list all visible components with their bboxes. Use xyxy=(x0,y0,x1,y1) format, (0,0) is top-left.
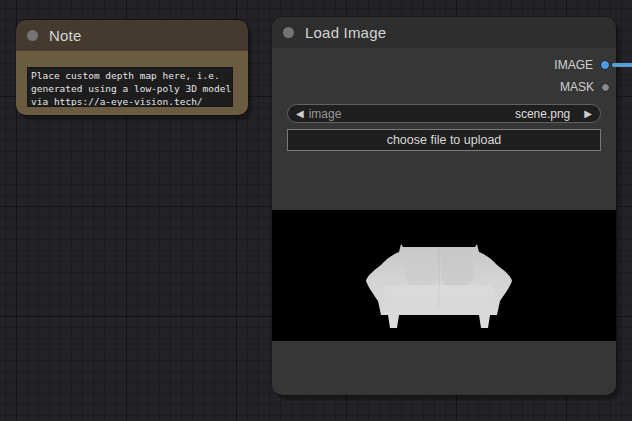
choose-file-button[interactable]: choose file to upload xyxy=(287,129,601,151)
node-graph-canvas[interactable]: Note Place custom depth map here, i.e. g… xyxy=(0,0,632,421)
load-image-node-header[interactable]: Load Image xyxy=(272,17,616,48)
image-combo-widget[interactable]: ◀ image scene.png ▶ xyxy=(287,104,601,123)
image-output-slot-icon[interactable] xyxy=(600,60,610,70)
combo-prev-arrow-icon[interactable]: ◀ xyxy=(296,109,304,119)
node-footer xyxy=(272,341,616,395)
depth-map-sofa-image xyxy=(364,243,514,330)
note-node-body: Place custom depth map here, i.e. genera… xyxy=(16,51,248,115)
load-image-node-title: Load Image xyxy=(305,24,386,41)
load-image-node-body: IMAGE MASK ◀ image scene.png ▶ choose fi… xyxy=(272,48,616,395)
combo-next-arrow-icon[interactable]: ▶ xyxy=(584,109,592,119)
output-row-image: IMAGE xyxy=(272,54,616,76)
output-row-mask: MASK xyxy=(272,76,616,98)
combo-widget-name: image xyxy=(309,107,342,121)
note-node-header[interactable]: Note xyxy=(16,20,248,51)
output-slots: IMAGE MASK xyxy=(272,48,616,98)
note-text-area[interactable]: Place custom depth map here, i.e. genera… xyxy=(27,67,233,107)
mask-output-slot-icon[interactable] xyxy=(601,83,610,92)
image-preview xyxy=(272,210,616,341)
mask-output-label: MASK xyxy=(560,80,594,94)
image-link-wire xyxy=(612,63,632,67)
note-node[interactable]: Note Place custom depth map here, i.e. g… xyxy=(16,20,248,115)
combo-selected-value[interactable]: scene.png xyxy=(515,107,570,121)
collapse-dot-icon[interactable] xyxy=(283,27,294,38)
image-output-label: IMAGE xyxy=(554,58,593,72)
note-node-title: Note xyxy=(49,27,82,44)
load-image-node[interactable]: Load Image IMAGE MASK ◀ image scene.png … xyxy=(272,17,616,395)
collapse-dot-icon[interactable] xyxy=(27,30,38,41)
